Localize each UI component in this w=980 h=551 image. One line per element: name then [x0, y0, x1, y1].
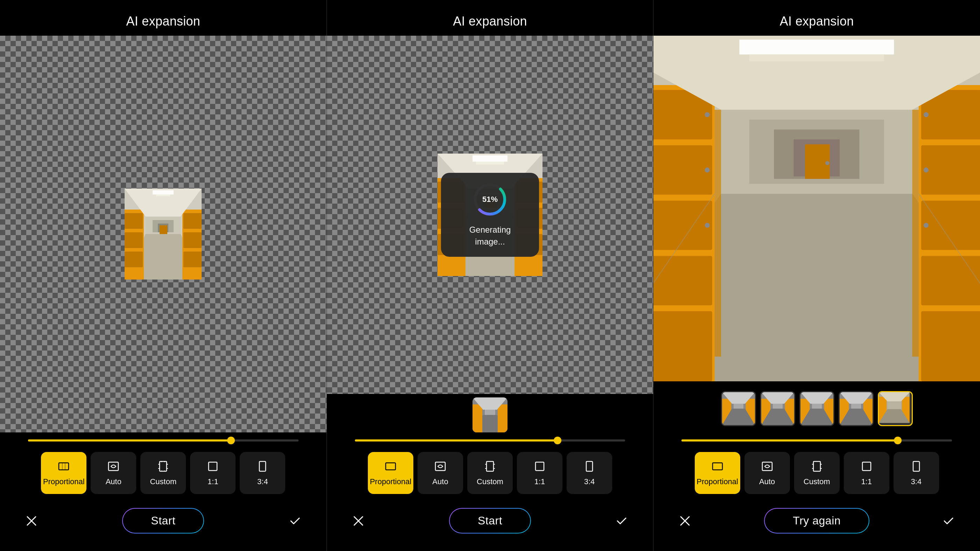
- slider-thumb-1[interactable]: [227, 437, 235, 444]
- aspect-btn-3-4-2[interactable]: 3:4: [566, 452, 612, 494]
- panel-2-canvas: 51% Generatingimage...: [327, 36, 654, 394]
- panel-2-title: AI expansion: [453, 14, 527, 29]
- thumbnail-3-1[interactable]: [760, 391, 795, 426]
- thumbnail-single-2[interactable]: [473, 397, 508, 432]
- panel-3-slider[interactable]: [654, 432, 980, 448]
- svg-rect-9: [183, 251, 202, 267]
- svg-rect-20: [208, 462, 217, 470]
- square-icon-1: [207, 460, 219, 475]
- svg-rect-4: [125, 232, 143, 248]
- slider-fill-3: [681, 440, 898, 441]
- svg-rect-70: [921, 200, 980, 250]
- proportional-icon-3: [711, 460, 724, 475]
- svg-rect-17: [59, 463, 68, 470]
- confirm-button-3[interactable]: [938, 510, 959, 531]
- cancel-button-1[interactable]: [21, 510, 42, 531]
- aspect-btn-proportional-1[interactable]: Proportional: [41, 452, 86, 494]
- svg-rect-19: [160, 461, 167, 471]
- slider-fill-1: [28, 440, 231, 441]
- confirm-button-2[interactable]: [611, 510, 632, 531]
- aspect-btn-custom-3[interactable]: Custom: [794, 452, 840, 494]
- svg-rect-46: [498, 405, 508, 432]
- panel-1-bottom-bar: Start: [0, 501, 326, 551]
- panel-3: AI expansion: [654, 0, 980, 551]
- slider-thumb-3[interactable]: [894, 437, 902, 444]
- slider-track-3[interactable]: [681, 440, 952, 441]
- corridor-image-1: [125, 189, 202, 279]
- aspect-btn-auto-2[interactable]: Auto: [418, 452, 463, 494]
- panel-1-slider[interactable]: [0, 432, 326, 448]
- aspect-btn-label-1-1-2: 1:1: [535, 477, 545, 486]
- panel-2-slider[interactable]: [327, 432, 654, 448]
- cancel-button-2[interactable]: [348, 510, 369, 531]
- svg-rect-5: [125, 251, 143, 267]
- aspect-btn-3-4-3[interactable]: 3:4: [894, 452, 939, 494]
- svg-rect-21: [259, 461, 266, 471]
- aspect-btn-auto-3[interactable]: Auto: [745, 452, 790, 494]
- svg-rect-45: [473, 405, 482, 432]
- panel-1-header: AI expansion: [0, 0, 326, 36]
- svg-rect-61: [654, 200, 712, 250]
- aspect-btn-label-custom-2: Custom: [477, 477, 503, 486]
- thumbnail-3-2[interactable]: [799, 391, 834, 426]
- svg-rect-53: [586, 461, 593, 471]
- auto-icon-1: [107, 460, 120, 475]
- aspect-btn-1-1-2[interactable]: 1:1: [517, 452, 562, 494]
- square-icon-3: [860, 460, 873, 475]
- panel-3-header: AI expansion: [654, 0, 980, 36]
- slider-thumb-2[interactable]: [554, 437, 562, 444]
- cancel-button-3[interactable]: [675, 510, 695, 531]
- aspect-btn-custom-1[interactable]: Custom: [140, 452, 186, 494]
- aspect-btn-label-1-1-1: 1:1: [208, 477, 218, 486]
- aspect-btn-custom-2[interactable]: Custom: [467, 452, 513, 494]
- custom-icon-1: [157, 460, 169, 475]
- progress-overlay: 51% Generatingimage...: [441, 173, 539, 257]
- svg-rect-8: [183, 232, 202, 248]
- svg-point-64: [705, 112, 710, 117]
- slider-track-2[interactable]: [355, 440, 625, 441]
- canvas-inner-2: 51% Generatingimage...: [327, 36, 654, 394]
- aspect-btn-label-1-1-3: 1:1: [861, 477, 872, 486]
- aspect-btn-label-proportional-1: Proportional: [43, 477, 85, 486]
- proportional-icon-2: [384, 460, 397, 475]
- svg-point-66: [705, 223, 710, 228]
- thumbnail-3-0[interactable]: [721, 391, 756, 426]
- aspect-btn-1-1-3[interactable]: 1:1: [844, 452, 889, 494]
- svg-rect-122: [862, 462, 871, 470]
- panel-3-thumbnail-strip: [721, 381, 913, 432]
- aspect-btn-auto-1[interactable]: Auto: [91, 452, 136, 494]
- panel-1-canvas: [0, 36, 326, 432]
- aspect-btn-proportional-2[interactable]: Proportional: [368, 452, 414, 494]
- aspect-btn-1-1-1[interactable]: 1:1: [190, 452, 235, 494]
- svg-rect-11: [153, 190, 173, 195]
- panel-3-full-image: [654, 36, 980, 381]
- start-button-1[interactable]: Start: [122, 508, 204, 534]
- svg-point-65: [705, 168, 710, 173]
- svg-rect-123: [913, 461, 920, 471]
- svg-rect-121: [813, 461, 820, 471]
- aspect-btn-label-3-4-1: 3:4: [257, 477, 268, 486]
- canvas-inner-1: [0, 36, 326, 432]
- aspect-btn-proportional-3[interactable]: Proportional: [695, 452, 740, 494]
- thumbnail-3-3[interactable]: [838, 391, 873, 426]
- aspect-btn-3-4-1[interactable]: 3:4: [240, 452, 285, 494]
- svg-rect-52: [536, 462, 544, 470]
- aspect-btn-label-custom-3: Custom: [803, 477, 830, 486]
- svg-rect-36: [476, 162, 504, 164]
- aspect-btn-label-proportional-3: Proportional: [697, 477, 738, 486]
- start-button-2[interactable]: Start: [449, 508, 531, 534]
- confirm-button-1[interactable]: [285, 510, 305, 531]
- svg-rect-35: [473, 155, 508, 162]
- slider-track-1[interactable]: [28, 440, 299, 441]
- svg-rect-71: [921, 256, 980, 305]
- svg-rect-77: [740, 40, 894, 54]
- svg-rect-3: [125, 213, 143, 229]
- panel-1-title: AI expansion: [126, 14, 200, 29]
- try-again-button-3[interactable]: Try again: [764, 508, 869, 534]
- panel-1-aspect-buttons: Proportional Auto Custom: [0, 448, 326, 501]
- panel-3-title: AI expansion: [780, 14, 854, 29]
- svg-rect-60: [654, 145, 712, 195]
- svg-rect-72: [921, 311, 980, 381]
- thumbnail-3-4[interactable]: [878, 391, 913, 426]
- svg-rect-119: [713, 463, 722, 470]
